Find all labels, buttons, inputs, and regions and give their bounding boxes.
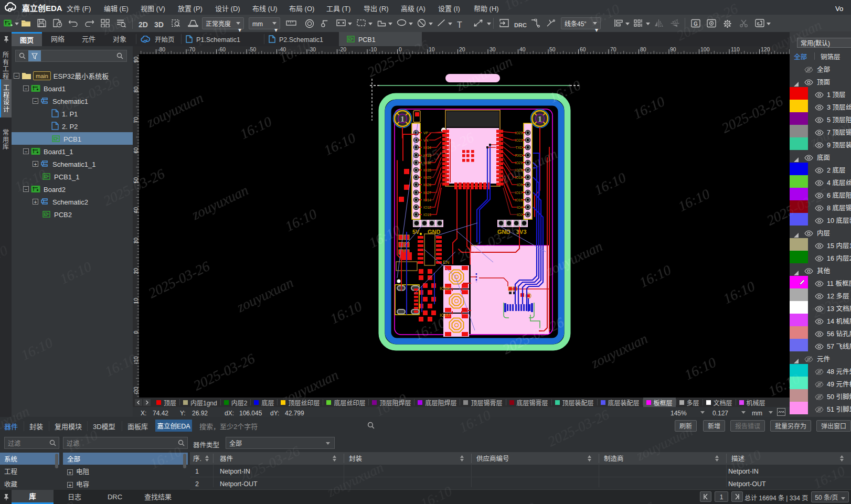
svg-text:VP: VP: [423, 131, 429, 135]
svg-text:IO00: IO00: [440, 313, 450, 318]
svg-text:EN: EN: [443, 260, 450, 265]
svg-text:1: 1: [400, 115, 405, 123]
svg-text:1: 1: [538, 115, 542, 123]
svg-text:IO02: IO02: [440, 286, 450, 291]
svg-text:IO4: IO4: [517, 206, 523, 209]
svg-text:3V3: 3V3: [516, 229, 527, 235]
svg-text:GND: GND: [497, 229, 510, 235]
svg-text:IO5: IO5: [517, 183, 523, 187]
svg-text:G: G: [694, 21, 698, 27]
svg-text:IO2: IO2: [517, 213, 523, 217]
